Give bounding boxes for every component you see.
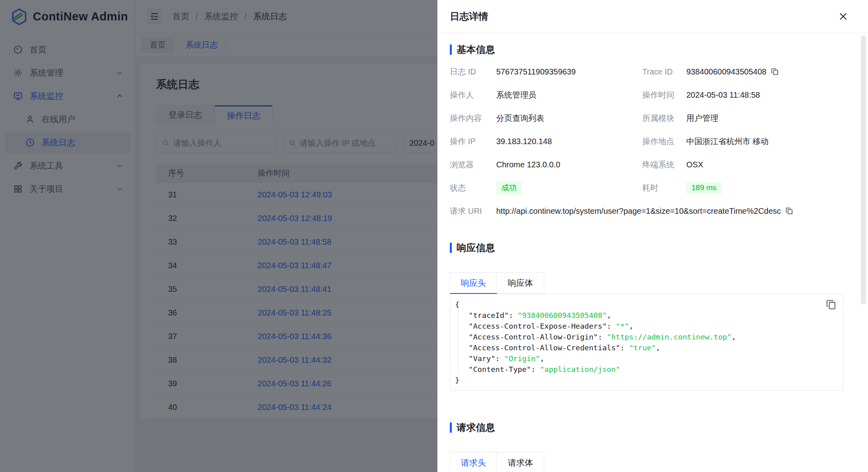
copy-icon[interactable] (770, 67, 779, 76)
field-request-uri: 请求 URI http://api.continew.top/system/us… (450, 206, 844, 217)
tab-request-body[interactable]: 请求体 (497, 452, 544, 472)
field-operator: 操作人 系统管理员 (450, 90, 642, 100)
request-tabs: 请求头 请求体 (450, 452, 844, 472)
copy-icon[interactable] (785, 207, 794, 215)
log-detail-drawer: 日志详情 基本信息 日志 ID 576737511909359639 Trace… (437, 0, 868, 472)
response-info-section-title: 响应信息 (450, 241, 844, 254)
field-terminal-os: 终端系统 OSX (642, 159, 842, 170)
basic-info-fields: 日志 ID 576737511909359639 Trace ID 938400… (450, 60, 844, 223)
response-tabs: 响应头 响应体 (450, 272, 844, 294)
close-button[interactable] (836, 10, 850, 23)
json-code: { "traceId": "938400600943505408", "Acce… (455, 299, 836, 386)
response-headers-code-block: { "traceId": "938400600943505408", "Acce… (450, 294, 844, 391)
field-operation-time: 操作时间 2024-05-03 11:48:58 (642, 90, 842, 100)
field-log-id: 日志 ID 576737511909359639 (450, 66, 642, 77)
elapsed-badge: 189 ms (686, 182, 722, 194)
status-badge: 成功 (496, 181, 522, 195)
drawer-overlay-mask[interactable] (0, 0, 437, 472)
field-operation-ip: 操作 IP 39.183.120.148 (450, 136, 642, 147)
drawer-header: 日志详情 (437, 0, 868, 33)
field-module: 所属模块 用户管理 (642, 113, 842, 124)
tab-response-headers[interactable]: 响应头 (450, 272, 497, 294)
drawer-body: 基本信息 日志 ID 576737511909359639 Trace ID 9… (437, 43, 868, 472)
field-elapsed: 耗时 189 ms (642, 182, 842, 194)
field-operation-content: 操作内容 分页查询列表 (450, 113, 642, 124)
field-status: 状态 成功 (450, 181, 642, 195)
field-browser: 浏览器 Chrome 123.0.0.0 (450, 159, 642, 170)
drawer-title: 日志详情 (450, 10, 836, 23)
section-accent-bar (450, 44, 452, 55)
field-operation-location: 操作地点 中国浙江省杭州市 移动 (642, 136, 842, 147)
tab-response-body[interactable]: 响应体 (497, 272, 544, 294)
field-trace-id: Trace ID 938400600943505408 (642, 67, 842, 76)
tab-request-headers[interactable]: 请求头 (450, 452, 497, 472)
basic-info-section-title: 基本信息 (450, 43, 844, 56)
close-icon (838, 11, 848, 22)
drawer-scrollbar-thumb[interactable] (861, 35, 866, 304)
section-accent-bar (450, 422, 452, 433)
section-accent-bar (450, 243, 452, 253)
request-info-section-title: 请求信息 (450, 421, 844, 434)
